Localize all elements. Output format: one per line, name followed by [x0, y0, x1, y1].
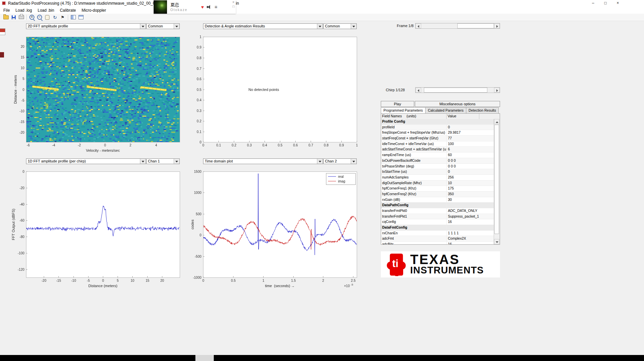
- tab-calculated-parameters[interactable]: Calculated Parameters: [425, 107, 466, 113]
- menu-load-bin[interactable]: Load .bin: [38, 8, 54, 13]
- chevron-down-icon[interactable]: [140, 159, 146, 164]
- figure-layout-icon[interactable]: [70, 14, 77, 20]
- table-row[interactable]: numAdcSamples256: [381, 175, 494, 180]
- table-row[interactable]: adcBits16: [381, 242, 494, 244]
- table-row[interactable]: idleTimeConst + idleTimeVar (us)100: [381, 141, 494, 147]
- table-row[interactable]: profileId0: [381, 125, 494, 130]
- music-player-widget[interactable]: 夏恋 Otokaze ♥ ≡ × □: [154, 0, 236, 14]
- minimize-button[interactable]: –: [587, 0, 599, 7]
- taskbar[interactable]: [0, 355, 644, 361]
- table-scrollbar[interactable]: [494, 119, 500, 244]
- table-row[interactable]: Profile Config: [381, 119, 494, 125]
- table-row[interactable]: DataFmtConfig: [381, 225, 494, 231]
- plot-select-bottom-left[interactable]: 1D FFT amplitude profile (per chirp): [26, 158, 146, 164]
- table-row[interactable]: rxChanEn1 1 1 1: [381, 231, 494, 236]
- combo-value: Common: [325, 24, 350, 29]
- channel-select-bottom-left[interactable]: Chan 1: [146, 158, 180, 164]
- slider-right-arrow[interactable]: [494, 88, 500, 93]
- channel-select-top-right[interactable]: Common: [323, 23, 357, 29]
- zoom-out-icon[interactable]: −: [36, 14, 43, 20]
- radarstudio-window: RadarStudio PostProcessing (4.75) : D:\m…: [0, 0, 644, 361]
- tab-programmed-parameters[interactable]: Programmed Parameters: [381, 107, 426, 113]
- print-icon[interactable]: [18, 14, 25, 20]
- range-doppler-plot[interactable]: [13, 35, 180, 158]
- table-row[interactable]: txStartTime (us)0: [381, 169, 494, 175]
- chevron-down-icon[interactable]: [174, 159, 179, 164]
- miscellaneous-options-button[interactable]: Miscellaneous options: [415, 101, 500, 107]
- table-row[interactable]: cqConfig16: [381, 219, 494, 225]
- table-row[interactable]: txOutPowerBackoffCode0 0 0: [381, 158, 494, 164]
- plot-select-bottom-right[interactable]: Time domain plot: [203, 158, 323, 164]
- channel-select-bottom-right[interactable]: Chan 2: [323, 158, 357, 164]
- menu-calibrate[interactable]: Calibrate: [60, 8, 76, 13]
- menu-micro-doppler[interactable]: Micro-doppler: [82, 8, 106, 13]
- table-row[interactable]: digOutSampleRate (Mhz)10: [381, 180, 494, 186]
- table-row[interactable]: txPhaseShifter (deg)0 0 0: [381, 164, 494, 169]
- heart-icon[interactable]: ♥: [201, 5, 204, 9]
- chevron-down-icon[interactable]: [140, 24, 146, 29]
- pan-icon[interactable]: [44, 14, 51, 20]
- zoom-in-icon[interactable]: +: [28, 14, 35, 20]
- field-name-cell: profileId: [381, 125, 447, 130]
- field-name-cell: adcStartTimeConst + adcStartTimeVar (us): [381, 147, 447, 152]
- channel-select-top-left[interactable]: Common: [146, 23, 180, 29]
- table-row[interactable]: freqSlopeConst + freqSlopeVar (Mhz/us)29…: [381, 130, 494, 136]
- field-name-cell: txOutPowerBackoffCode: [381, 158, 447, 163]
- frame-slider-thumb[interactable]: [457, 23, 494, 28]
- plot-layout-icon[interactable]: [77, 14, 85, 20]
- table-row[interactable]: DataPathConfig: [381, 203, 494, 208]
- zoom-out-glyph: −: [37, 15, 42, 20]
- table-row[interactable]: rxGain (dB)30: [381, 197, 494, 203]
- plot-select-top-right[interactable]: Detection & Angle estimation Results: [203, 23, 323, 29]
- album-art[interactable]: [154, 0, 167, 14]
- music-close-icon[interactable]: ×: [232, 0, 234, 4]
- chirp-slider-thumb[interactable]: [424, 88, 487, 93]
- chirp-slider[interactable]: [415, 87, 500, 93]
- table-row[interactable]: adcFmtComplex2X: [381, 236, 494, 242]
- time-domain-plot[interactable]: [190, 170, 361, 294]
- slider-right-arrow[interactable]: [494, 23, 500, 28]
- frame-label: Frame 1/8: [397, 24, 414, 28]
- speaker-icon[interactable]: [207, 5, 211, 9]
- table-row[interactable]: transferFmtPkt1Suppress_packet_1: [381, 214, 494, 220]
- chevron-down-icon[interactable]: [174, 24, 179, 29]
- slider-left-arrow[interactable]: [416, 23, 421, 28]
- value-cell: ADC_DATA_ONLY: [447, 208, 494, 214]
- chevron-down-icon[interactable]: [317, 24, 323, 29]
- menu-load-log[interactable]: Load .log: [15, 8, 32, 13]
- taskbar-item[interactable]: [195, 355, 214, 361]
- table-row[interactable]: rampEndTime (us)60: [381, 152, 494, 158]
- chevron-down-icon[interactable]: [351, 159, 356, 164]
- maximize-button[interactable]: □: [599, 0, 612, 7]
- slider-left-arrow[interactable]: [416, 88, 421, 93]
- table-row[interactable]: adcStartTimeConst + adcStartTimeVar (us)…: [381, 147, 494, 152]
- playlist-icon[interactable]: ≡: [214, 5, 217, 9]
- parameters-table: Field Names(units) Value Profile Configp…: [381, 113, 500, 245]
- save-icon[interactable]: [10, 14, 17, 20]
- table-row[interactable]: startFreqConst + startFreqVar (Ghz)77: [381, 136, 494, 141]
- table-row[interactable]: hpfCornerFreq2 (Khz)350: [381, 192, 494, 197]
- plot-select-top-left[interactable]: 2D FFT amplitude profile: [26, 23, 146, 29]
- scroll-up-arrow[interactable]: [494, 119, 499, 124]
- field-name-cell: Profile Config: [381, 119, 447, 124]
- table-row[interactable]: hpfCornerFreq1 (Khz)175: [381, 186, 494, 192]
- chevron-down-icon[interactable]: [317, 159, 323, 164]
- play-button[interactable]: Play: [381, 101, 414, 107]
- chevron-down-icon[interactable]: [351, 24, 356, 29]
- open-icon[interactable]: [2, 14, 9, 20]
- frame-slider[interactable]: [415, 23, 500, 29]
- tab-detection-results[interactable]: Detection Results: [466, 107, 499, 113]
- close-button[interactable]: ×: [612, 0, 624, 7]
- music-checkbox-icon[interactable]: □: [232, 5, 234, 8]
- table-row[interactable]: transferFmtPkt0ADC_DATA_ONLY: [381, 208, 494, 214]
- scrollbar-thumb[interactable]: [494, 125, 499, 234]
- rotate-icon[interactable]: ↻: [51, 14, 58, 20]
- menu-file[interactable]: File: [3, 8, 10, 13]
- field-name-cell: transferFmtPkt0: [381, 208, 447, 214]
- combo-value: Detection & Angle estimation Results: [205, 24, 317, 29]
- detection-results-plot[interactable]: [190, 35, 361, 149]
- fft-profile-plot[interactable]: [10, 170, 181, 294]
- field-name-cell: rxGain (dB): [381, 197, 447, 203]
- data-cursor-icon[interactable]: ⚑: [59, 14, 66, 20]
- scroll-down-arrow[interactable]: [494, 239, 499, 244]
